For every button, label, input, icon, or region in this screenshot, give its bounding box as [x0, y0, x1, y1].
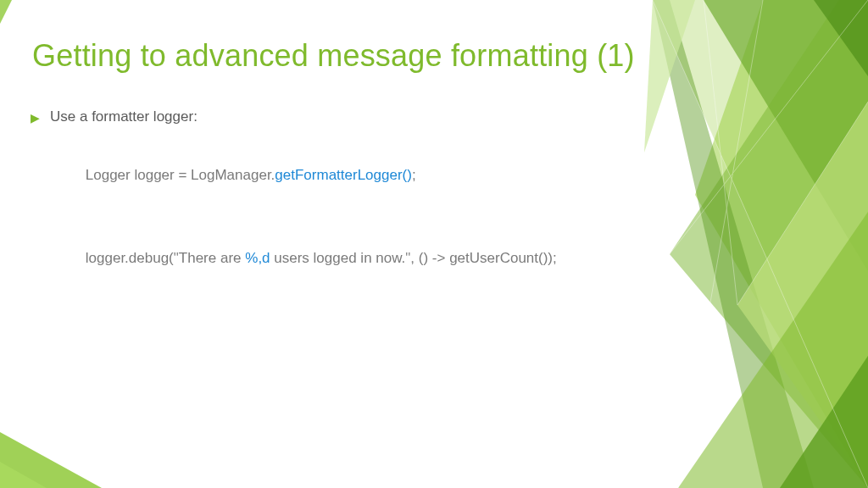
svg-marker-11: [644, 0, 695, 152]
svg-marker-4: [695, 0, 868, 488]
svg-marker-9: [678, 212, 868, 488]
bullet-text: Use a formatter logger:: [50, 108, 198, 125]
code-text: users logged in now.: [270, 250, 406, 266]
svg-line-13: [653, 0, 868, 488]
svg-marker-12: [814, 0, 868, 76]
code-highlight: %,d: [245, 250, 270, 266]
slide: Getting to advanced message formatting (…: [0, 0, 868, 488]
code-text: , () -> getUserCount());: [410, 250, 556, 266]
svg-marker-2: [0, 0, 12, 24]
code-line-2: logger.debug("There are %,d users logged…: [53, 226, 648, 291]
code-highlight: getFormatterLogger(): [275, 167, 412, 183]
code-text: Logger logger = LogManager.: [86, 167, 275, 183]
slide-title: Getting to advanced message formatting (…: [32, 38, 648, 73]
svg-line-17: [737, 102, 868, 305]
code-block: Logger logger = LogManager.getFormatterL…: [53, 142, 648, 291]
code-line-1: Logger logger = LogManager.getFormatterL…: [53, 142, 648, 208]
svg-marker-3: [653, 0, 868, 488]
code-text: There are: [179, 250, 245, 266]
bullet-marker-icon: ▶: [31, 108, 40, 127]
svg-marker-1: [0, 462, 47, 488]
svg-line-15: [678, 0, 763, 488]
code-text: logger.debug(: [86, 250, 174, 266]
svg-marker-7: [653, 0, 814, 488]
slide-content: Getting to advanced message formatting (…: [32, 38, 648, 309]
bullet-item: ▶ Use a formatter logger:: [32, 108, 648, 127]
svg-marker-5: [704, 0, 868, 271]
code-text: ;: [412, 167, 416, 183]
svg-line-16: [670, 0, 868, 254]
svg-marker-6: [670, 0, 868, 488]
svg-marker-0: [0, 432, 102, 488]
svg-line-14: [704, 0, 737, 305]
svg-marker-10: [780, 356, 868, 488]
svg-marker-8: [737, 102, 868, 488]
